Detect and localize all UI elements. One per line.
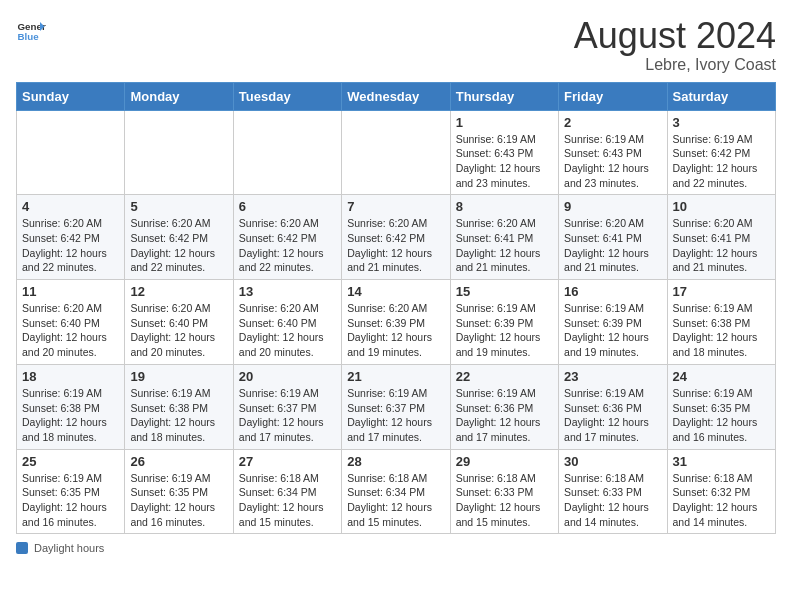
calendar-cell: 13Sunrise: 6:20 AMSunset: 6:40 PMDayligh…: [233, 280, 341, 365]
day-info: Sunrise: 6:19 AMSunset: 6:35 PMDaylight:…: [130, 471, 227, 530]
day-info: Sunrise: 6:19 AMSunset: 6:37 PMDaylight:…: [239, 386, 336, 445]
calendar-week-row: 25Sunrise: 6:19 AMSunset: 6:35 PMDayligh…: [17, 449, 776, 534]
calendar-cell: 18Sunrise: 6:19 AMSunset: 6:38 PMDayligh…: [17, 364, 125, 449]
day-info: Sunrise: 6:20 AMSunset: 6:42 PMDaylight:…: [347, 216, 444, 275]
main-title: August 2024: [574, 16, 776, 56]
day-info: Sunrise: 6:20 AMSunset: 6:39 PMDaylight:…: [347, 301, 444, 360]
day-number: 7: [347, 199, 444, 214]
day-info: Sunrise: 6:20 AMSunset: 6:41 PMDaylight:…: [673, 216, 770, 275]
calendar-week-row: 1Sunrise: 6:19 AMSunset: 6:43 PMDaylight…: [17, 110, 776, 195]
day-info: Sunrise: 6:18 AMSunset: 6:33 PMDaylight:…: [564, 471, 661, 530]
calendar-cell: 11Sunrise: 6:20 AMSunset: 6:40 PMDayligh…: [17, 280, 125, 365]
day-number: 20: [239, 369, 336, 384]
day-info: Sunrise: 6:19 AMSunset: 6:43 PMDaylight:…: [564, 132, 661, 191]
day-info: Sunrise: 6:19 AMSunset: 6:42 PMDaylight:…: [673, 132, 770, 191]
day-info: Sunrise: 6:18 AMSunset: 6:34 PMDaylight:…: [347, 471, 444, 530]
calendar-cell: [125, 110, 233, 195]
day-info: Sunrise: 6:20 AMSunset: 6:42 PMDaylight:…: [130, 216, 227, 275]
calendar-day-header: Tuesday: [233, 82, 341, 110]
day-info: Sunrise: 6:19 AMSunset: 6:35 PMDaylight:…: [22, 471, 119, 530]
day-number: 6: [239, 199, 336, 214]
day-info: Sunrise: 6:20 AMSunset: 6:40 PMDaylight:…: [239, 301, 336, 360]
day-number: 28: [347, 454, 444, 469]
day-number: 8: [456, 199, 553, 214]
calendar-cell: 3Sunrise: 6:19 AMSunset: 6:42 PMDaylight…: [667, 110, 775, 195]
day-info: Sunrise: 6:19 AMSunset: 6:36 PMDaylight:…: [456, 386, 553, 445]
day-number: 13: [239, 284, 336, 299]
day-info: Sunrise: 6:19 AMSunset: 6:38 PMDaylight:…: [673, 301, 770, 360]
day-info: Sunrise: 6:20 AMSunset: 6:42 PMDaylight:…: [22, 216, 119, 275]
day-info: Sunrise: 6:19 AMSunset: 6:38 PMDaylight:…: [22, 386, 119, 445]
day-number: 15: [456, 284, 553, 299]
calendar-day-header: Thursday: [450, 82, 558, 110]
day-info: Sunrise: 6:20 AMSunset: 6:41 PMDaylight:…: [456, 216, 553, 275]
calendar-cell: 10Sunrise: 6:20 AMSunset: 6:41 PMDayligh…: [667, 195, 775, 280]
calendar-cell: 24Sunrise: 6:19 AMSunset: 6:35 PMDayligh…: [667, 364, 775, 449]
day-number: 2: [564, 115, 661, 130]
calendar-cell: 25Sunrise: 6:19 AMSunset: 6:35 PMDayligh…: [17, 449, 125, 534]
svg-text:Blue: Blue: [18, 31, 40, 42]
logo-icon: General Blue: [16, 16, 46, 46]
calendar-cell: 2Sunrise: 6:19 AMSunset: 6:43 PMDaylight…: [559, 110, 667, 195]
footer-dot-icon: [16, 542, 28, 554]
day-number: 1: [456, 115, 553, 130]
day-number: 31: [673, 454, 770, 469]
calendar-cell: 28Sunrise: 6:18 AMSunset: 6:34 PMDayligh…: [342, 449, 450, 534]
day-info: Sunrise: 6:19 AMSunset: 6:38 PMDaylight:…: [130, 386, 227, 445]
page-header: General Blue August 2024 Lebre, Ivory Co…: [16, 16, 776, 74]
day-number: 18: [22, 369, 119, 384]
footer-note: Daylight hours: [16, 542, 776, 554]
calendar-cell: 21Sunrise: 6:19 AMSunset: 6:37 PMDayligh…: [342, 364, 450, 449]
day-info: Sunrise: 6:19 AMSunset: 6:36 PMDaylight:…: [564, 386, 661, 445]
day-info: Sunrise: 6:19 AMSunset: 6:37 PMDaylight:…: [347, 386, 444, 445]
calendar-day-header: Friday: [559, 82, 667, 110]
day-info: Sunrise: 6:19 AMSunset: 6:35 PMDaylight:…: [673, 386, 770, 445]
day-number: 23: [564, 369, 661, 384]
day-info: Sunrise: 6:20 AMSunset: 6:41 PMDaylight:…: [564, 216, 661, 275]
day-number: 14: [347, 284, 444, 299]
subtitle: Lebre, Ivory Coast: [574, 56, 776, 74]
day-info: Sunrise: 6:20 AMSunset: 6:42 PMDaylight:…: [239, 216, 336, 275]
day-info: Sunrise: 6:18 AMSunset: 6:32 PMDaylight:…: [673, 471, 770, 530]
calendar-cell: [17, 110, 125, 195]
calendar-cell: 1Sunrise: 6:19 AMSunset: 6:43 PMDaylight…: [450, 110, 558, 195]
calendar-week-row: 18Sunrise: 6:19 AMSunset: 6:38 PMDayligh…: [17, 364, 776, 449]
day-number: 4: [22, 199, 119, 214]
logo: General Blue: [16, 16, 46, 46]
calendar-cell: 9Sunrise: 6:20 AMSunset: 6:41 PMDaylight…: [559, 195, 667, 280]
day-number: 16: [564, 284, 661, 299]
day-number: 27: [239, 454, 336, 469]
day-number: 24: [673, 369, 770, 384]
calendar-cell: 19Sunrise: 6:19 AMSunset: 6:38 PMDayligh…: [125, 364, 233, 449]
day-number: 5: [130, 199, 227, 214]
calendar-cell: 16Sunrise: 6:19 AMSunset: 6:39 PMDayligh…: [559, 280, 667, 365]
calendar-cell: 23Sunrise: 6:19 AMSunset: 6:36 PMDayligh…: [559, 364, 667, 449]
calendar-cell: 22Sunrise: 6:19 AMSunset: 6:36 PMDayligh…: [450, 364, 558, 449]
day-info: Sunrise: 6:19 AMSunset: 6:43 PMDaylight:…: [456, 132, 553, 191]
title-area: August 2024 Lebre, Ivory Coast: [574, 16, 776, 74]
day-number: 30: [564, 454, 661, 469]
day-number: 19: [130, 369, 227, 384]
day-number: 9: [564, 199, 661, 214]
calendar-cell: 30Sunrise: 6:18 AMSunset: 6:33 PMDayligh…: [559, 449, 667, 534]
calendar-cell: 15Sunrise: 6:19 AMSunset: 6:39 PMDayligh…: [450, 280, 558, 365]
calendar-table: SundayMondayTuesdayWednesdayThursdayFrid…: [16, 82, 776, 535]
calendar-week-row: 11Sunrise: 6:20 AMSunset: 6:40 PMDayligh…: [17, 280, 776, 365]
calendar-cell: 6Sunrise: 6:20 AMSunset: 6:42 PMDaylight…: [233, 195, 341, 280]
day-number: 3: [673, 115, 770, 130]
calendar-cell: 4Sunrise: 6:20 AMSunset: 6:42 PMDaylight…: [17, 195, 125, 280]
calendar-cell: 31Sunrise: 6:18 AMSunset: 6:32 PMDayligh…: [667, 449, 775, 534]
calendar-cell: 20Sunrise: 6:19 AMSunset: 6:37 PMDayligh…: [233, 364, 341, 449]
day-number: 21: [347, 369, 444, 384]
calendar-cell: 29Sunrise: 6:18 AMSunset: 6:33 PMDayligh…: [450, 449, 558, 534]
day-number: 25: [22, 454, 119, 469]
calendar-cell: [233, 110, 341, 195]
day-info: Sunrise: 6:20 AMSunset: 6:40 PMDaylight:…: [22, 301, 119, 360]
day-info: Sunrise: 6:18 AMSunset: 6:33 PMDaylight:…: [456, 471, 553, 530]
day-info: Sunrise: 6:20 AMSunset: 6:40 PMDaylight:…: [130, 301, 227, 360]
calendar-day-header: Saturday: [667, 82, 775, 110]
calendar-cell: 12Sunrise: 6:20 AMSunset: 6:40 PMDayligh…: [125, 280, 233, 365]
calendar-week-row: 4Sunrise: 6:20 AMSunset: 6:42 PMDaylight…: [17, 195, 776, 280]
calendar-header-row: SundayMondayTuesdayWednesdayThursdayFrid…: [17, 82, 776, 110]
day-number: 17: [673, 284, 770, 299]
